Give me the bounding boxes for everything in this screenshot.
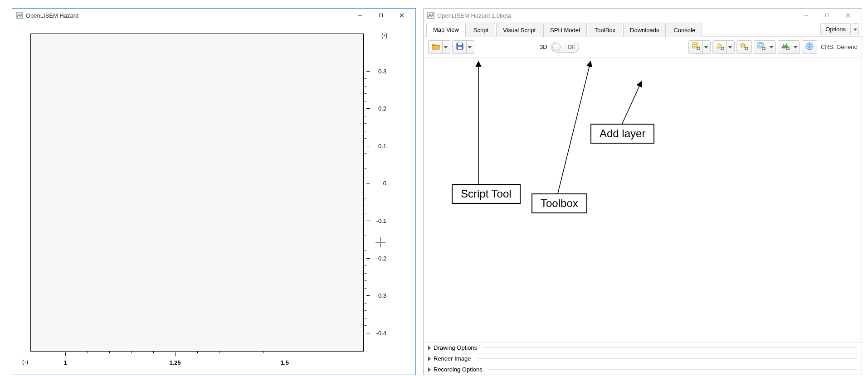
- 3d-toggle[interactable]: Off: [551, 42, 579, 53]
- y-minor-tick: [365, 265, 366, 266]
- close-button[interactable]: [392, 9, 412, 22]
- svg-marker-16: [468, 46, 472, 48]
- chevron-right-icon: [428, 357, 431, 361]
- y-minor-tick: [365, 191, 366, 191]
- tab-toolbox[interactable]: ToolBox: [588, 23, 622, 37]
- options-label: Options: [825, 26, 846, 33]
- y-minor-tick: [365, 288, 366, 289]
- y-minor-tick: [365, 131, 366, 131]
- chevron-down-icon: [768, 41, 775, 53]
- crs-button[interactable]: [802, 40, 817, 54]
- x-minor-tick: [153, 352, 154, 353]
- tab-label: Script: [473, 27, 488, 34]
- chevron-right-icon: [428, 346, 431, 350]
- callout-toolbox: Toolbox: [532, 193, 587, 213]
- y-minor-tick: [365, 243, 366, 243]
- y-minor-tick: [365, 236, 366, 236]
- chevron-down-icon: [792, 41, 799, 53]
- y-tick: [366, 258, 370, 259]
- tab-map-view[interactable]: Map View: [426, 23, 466, 37]
- point-plus-icon: [740, 42, 749, 52]
- add-terrain-layer-button[interactable]: [778, 40, 800, 54]
- svg-line-49: [558, 62, 590, 193]
- minimize-button[interactable]: [796, 9, 816, 22]
- tab-label: SPH Model: [550, 27, 580, 34]
- options-dropdown[interactable]: [852, 23, 859, 35]
- 3d-state: Off: [568, 44, 575, 50]
- svg-line-50: [622, 82, 641, 124]
- y-minor-tick: [365, 325, 366, 326]
- tab-visual-script[interactable]: Visual Script: [496, 23, 542, 37]
- svg-marker-45: [794, 46, 797, 48]
- y-minor-tick: [365, 86, 366, 87]
- add-grid-layer-button[interactable]: [688, 40, 711, 54]
- add-vector-layer-button[interactable]: [712, 40, 735, 54]
- y-tick: [366, 333, 370, 333]
- y-axis-unit: (-): [381, 32, 387, 39]
- panel-recording-options[interactable]: Recording Options: [424, 364, 862, 375]
- app-icon: [427, 12, 434, 19]
- y-minor-tick: [365, 228, 366, 228]
- y-minor-tick: [365, 280, 366, 281]
- crs-label: CRS: Generic: [821, 43, 857, 50]
- open-folder-button[interactable]: [428, 40, 450, 54]
- svg-marker-25: [704, 46, 708, 48]
- right-window: OpenLISEM Hazard 1.0beta Map ViewScriptV…: [423, 8, 862, 375]
- y-tick-label: -0.2: [373, 255, 386, 261]
- maximize-button[interactable]: [817, 9, 837, 22]
- maximize-button[interactable]: [371, 9, 391, 22]
- options-button[interactable]: Options: [820, 23, 851, 35]
- tab-console[interactable]: Console: [667, 23, 702, 37]
- tab-script[interactable]: Script: [467, 23, 495, 37]
- y-tick: [366, 221, 370, 221]
- x-minor-tick: [263, 352, 263, 353]
- chevron-down-icon: [442, 41, 449, 53]
- terrain-plus-icon: [781, 42, 790, 52]
- y-minor-tick: [365, 251, 366, 251]
- svg-marker-30: [728, 46, 732, 48]
- y-minor-tick: [365, 310, 366, 311]
- vector-plus-icon: [716, 42, 725, 52]
- panel-render-image[interactable]: Render Image: [424, 353, 862, 364]
- y-minor-tick: [365, 206, 366, 206]
- save-icon: [455, 42, 464, 52]
- callout-script-tool: Script Tool: [452, 184, 521, 204]
- web-plus-icon: [757, 42, 766, 52]
- tab-label: Visual Script: [503, 27, 536, 34]
- close-button[interactable]: [838, 9, 858, 22]
- plot-area[interactable]: (-) 0.30.20.10-0.1-0.2-0.3-0.4 (-) 11.25…: [30, 34, 402, 368]
- map-canvas[interactable]: Script Tool Toolbox Add layer: [424, 59, 862, 342]
- svg-rect-2: [380, 14, 383, 17]
- chevron-down-icon: [466, 41, 473, 53]
- y-minor-tick: [365, 303, 366, 304]
- plot-canvas-inner: [30, 34, 364, 352]
- left-window: OpenLISEM Hazard (-) 0.30.20.10-0.1-0.2-…: [12, 8, 416, 375]
- save-button[interactable]: [452, 40, 474, 54]
- x-tick: [175, 352, 176, 356]
- globe-icon: [805, 42, 814, 52]
- svg-marker-13: [444, 46, 448, 48]
- add-point-layer-button[interactable]: [736, 40, 752, 54]
- y-minor-tick: [365, 198, 366, 198]
- toggle-knob: [552, 43, 561, 51]
- y-tick: [366, 295, 370, 296]
- y-minor-tick: [365, 116, 366, 116]
- y-tick: [366, 108, 370, 109]
- tab-sph-model[interactable]: SPH Model: [543, 23, 587, 37]
- x-tick: [65, 352, 66, 356]
- tab-label: Console: [673, 27, 695, 34]
- svg-rect-9: [826, 14, 829, 17]
- svg-rect-14: [458, 43, 462, 45]
- chevron-down-icon: [702, 41, 709, 53]
- tab-downloads[interactable]: Downloads: [623, 23, 666, 37]
- panel-drawing-options[interactable]: Drawing Options: [424, 342, 862, 353]
- add-web-layer-button[interactable]: [754, 40, 776, 54]
- minimize-button[interactable]: [350, 9, 370, 22]
- window-title: OpenLISEM Hazard: [26, 12, 78, 19]
- x-minor-tick: [131, 352, 132, 353]
- y-minor-tick: [365, 78, 366, 79]
- grid-plus-icon: [692, 42, 701, 52]
- y-tick-label: 0.1: [373, 142, 386, 149]
- tab-label: ToolBox: [595, 27, 615, 34]
- x-minor-tick: [88, 352, 88, 353]
